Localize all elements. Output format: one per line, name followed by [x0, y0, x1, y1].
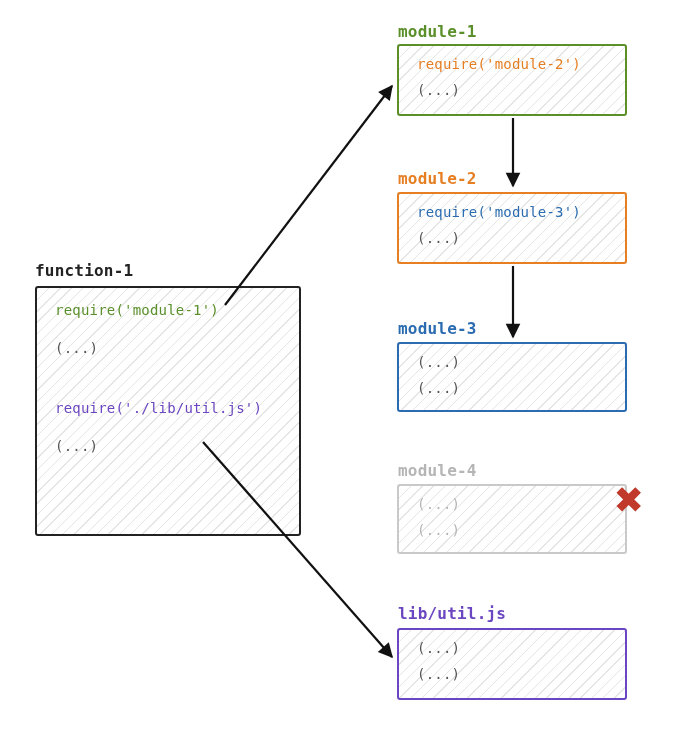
- cross-icon: ✖: [615, 475, 644, 523]
- module-1-require-module-2: require('module-2'): [417, 56, 609, 72]
- function-1-box: require('module-1') (...) require('./lib…: [35, 286, 301, 536]
- module-2-require-module-3: require('module-3'): [417, 204, 609, 220]
- function-1-require-util: require('./lib/util.js'): [55, 400, 283, 416]
- util-ellipsis-2: (...): [417, 666, 609, 682]
- module-2-ellipsis: (...): [417, 230, 609, 246]
- module-3-box: (...) (...): [397, 342, 627, 412]
- module-3-ellipsis-2: (...): [417, 380, 609, 396]
- function-1-ellipsis-1: (...): [55, 340, 283, 356]
- module-1-box: require('module-2') (...): [397, 44, 627, 116]
- function-1-ellipsis-2: (...): [55, 438, 283, 454]
- module-4-ellipsis-1: (...): [417, 496, 609, 512]
- module-3-label: module-3: [398, 319, 477, 338]
- module-1-ellipsis: (...): [417, 82, 609, 98]
- function-1-label: function-1: [35, 261, 133, 280]
- module-2-box: require('module-3') (...): [397, 192, 627, 264]
- module-3-ellipsis-1: (...): [417, 354, 609, 370]
- module-4-box: (...) (...): [397, 484, 627, 554]
- module-2-label: module-2: [398, 169, 477, 188]
- module-4-ellipsis-2: (...): [417, 522, 609, 538]
- module-1-label: module-1: [398, 22, 477, 41]
- arrow-fn1-to-module-1: [225, 86, 392, 305]
- module-4-label: module-4: [398, 461, 477, 480]
- util-label: lib/util.js: [398, 604, 506, 623]
- util-box: (...) (...): [397, 628, 627, 700]
- function-1-require-module-1: require('module-1'): [55, 302, 283, 318]
- util-ellipsis-1: (...): [417, 640, 609, 656]
